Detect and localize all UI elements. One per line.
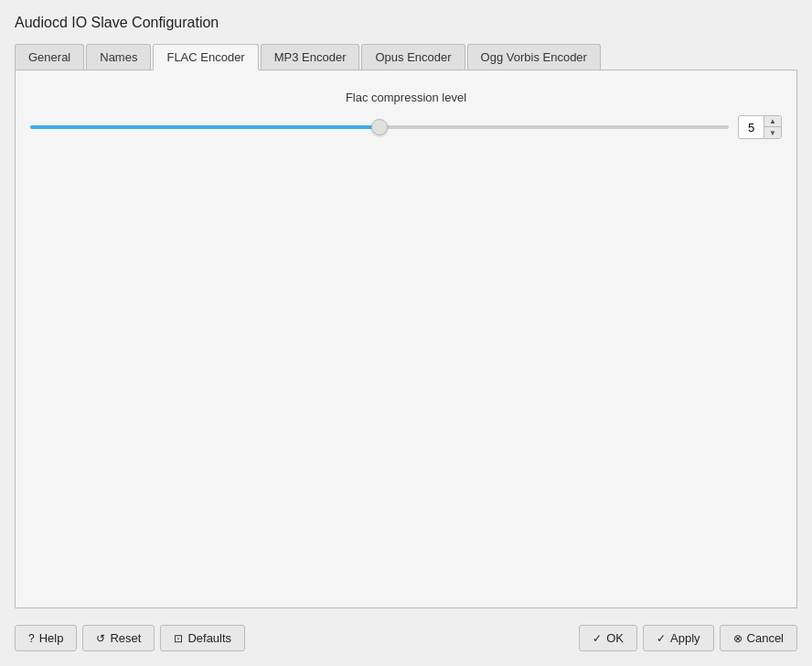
flac-slider-label: Flac compression level: [346, 91, 466, 104]
help-label: Help: [39, 631, 64, 645]
flac-slider-thumb[interactable]: [371, 119, 388, 135]
tab-general[interactable]: General: [15, 44, 84, 70]
ok-icon: ✓: [593, 632, 602, 645]
defaults-button[interactable]: ⊡ Defaults: [160, 625, 245, 651]
flac-slider-section: Flac compression level 5 ▲ ▼: [30, 85, 782, 139]
flac-spinbox-value: 5: [739, 116, 764, 138]
cancel-icon: ⊗: [733, 632, 743, 645]
cancel-label: Cancel: [747, 631, 784, 645]
bottom-bar: ? Help ↺ Reset ⊡ Defaults ✓ OK ✓ Apply ⊗…: [15, 618, 797, 651]
tab-content-flac: Flac compression level 5 ▲ ▼: [15, 70, 797, 608]
flac-slider-row: 5 ▲ ▼: [30, 115, 782, 139]
reset-label: Reset: [110, 631, 141, 645]
cancel-button[interactable]: ⊗ Cancel: [720, 625, 797, 651]
tab-opus-encoder[interactable]: Opus Encoder: [361, 44, 465, 70]
flac-slider-fill: [30, 125, 379, 129]
tab-names[interactable]: Names: [86, 44, 151, 70]
apply-button[interactable]: ✓ Apply: [643, 625, 714, 651]
flac-slider-track: [30, 125, 729, 129]
flac-spinbox-down[interactable]: ▼: [764, 127, 781, 138]
tab-bar: General Names FLAC Encoder MP3 Encoder O…: [15, 44, 797, 70]
tab-flac-encoder[interactable]: FLAC Encoder: [153, 44, 258, 70]
tab-mp3-encoder[interactable]: MP3 Encoder: [261, 44, 360, 70]
defaults-label: Defaults: [187, 631, 231, 645]
reset-button[interactable]: ↺ Reset: [82, 625, 155, 651]
bottom-bar-right: ✓ OK ✓ Apply ⊗ Cancel: [579, 625, 797, 651]
help-icon: ?: [28, 632, 35, 645]
flac-spinbox-up[interactable]: ▲: [764, 116, 781, 127]
tab-ogg-vorbis-encoder[interactable]: Ogg Vorbis Encoder: [467, 44, 601, 70]
flac-spinbox[interactable]: 5 ▲ ▼: [738, 115, 782, 139]
apply-label: Apply: [670, 631, 700, 645]
window-title: Audiocd IO Slave Configuration: [15, 15, 797, 31]
defaults-icon: ⊡: [174, 632, 183, 645]
flac-spinbox-buttons: ▲ ▼: [764, 116, 781, 138]
bottom-bar-left: ? Help ↺ Reset ⊡ Defaults: [15, 625, 245, 651]
ok-button[interactable]: ✓ OK: [579, 625, 637, 651]
flac-slider-container[interactable]: [30, 116, 729, 138]
ok-label: OK: [606, 631, 624, 645]
help-button[interactable]: ? Help: [15, 625, 77, 651]
apply-icon: ✓: [657, 632, 666, 645]
reset-icon: ↺: [96, 632, 105, 645]
